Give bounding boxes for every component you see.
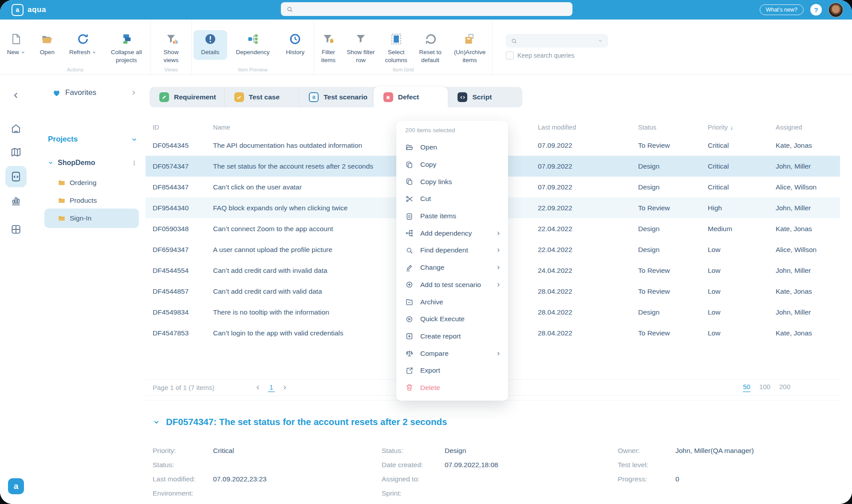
reports-chart-icon[interactable] [10, 195, 22, 207]
open-folder-icon [41, 33, 53, 45]
tab-script[interactable]: Script [448, 87, 522, 107]
cell-assigned: John, Miller [776, 308, 840, 316]
current-page[interactable]: 1 [268, 383, 274, 392]
menu-item-archive[interactable]: Archive [396, 293, 508, 311]
cell-priority: Critical [708, 183, 776, 191]
cell-id: DF0574347 [153, 162, 213, 170]
requirement-icon [159, 92, 169, 102]
menu-item-label: Paste items [420, 212, 456, 220]
prev-page-icon[interactable] [255, 385, 261, 390]
menu-item-add-to-test-scenario[interactable]: Add to test scenario [396, 276, 508, 294]
cell-modified: 07.09.2022 [538, 142, 638, 150]
tree-node-folder-products[interactable]: Products [58, 194, 138, 207]
menu-item-export[interactable]: Export [396, 362, 508, 379]
group-label-item-preview: Item Preview [192, 67, 314, 72]
ribbon: New Open Refresh Collapse all projects A… [0, 20, 852, 75]
ribbon-group-search: Keep search queries [492, 20, 852, 75]
cell-assigned: John, Miller [776, 204, 840, 212]
field-value [445, 473, 498, 485]
open-button[interactable]: Open [32, 30, 62, 60]
new-button[interactable]: New [1, 30, 31, 60]
unarchive-items-label: (Un)Archive items [450, 48, 489, 64]
chevron-down-icon[interactable] [47, 160, 54, 166]
menu-item-copy-links[interactable]: Copy links [396, 173, 508, 190]
column-header-last-modified[interactable]: Last modified [538, 124, 638, 131]
cell-modified: 28.04.2022 [538, 287, 638, 295]
whats-new-button[interactable]: What’s new? [760, 4, 804, 15]
menu-item-label: Copy links [420, 178, 452, 186]
reset-to-default-button[interactable]: Reset to default [413, 30, 447, 67]
user-avatar[interactable] [828, 3, 843, 17]
menu-item-delete[interactable]: Delete [396, 379, 508, 397]
chevron-down-icon[interactable] [153, 418, 160, 426]
cell-status: Design [638, 183, 708, 191]
projects-section-header[interactable]: Projects [48, 133, 138, 146]
page-size-200[interactable]: 200 [779, 383, 790, 392]
show-filter-row-button[interactable]: Show filter row [343, 30, 379, 67]
tab-label: Test scenario [323, 93, 367, 101]
tab-requirement[interactable]: Requirement [150, 87, 224, 107]
dependency-label: Dependency [236, 48, 270, 56]
page-size-100[interactable]: 100 [759, 383, 770, 392]
menu-item-cut[interactable]: Cut [396, 190, 508, 208]
collapse-sidebar-icon[interactable] [12, 91, 20, 99]
menu-item-find-dependent[interactable]: Find dependent [396, 242, 508, 259]
project-name: ShopDemo [58, 159, 95, 167]
filter-items-button[interactable]: Filter items [314, 30, 343, 67]
column-header-id[interactable]: ID [153, 124, 213, 131]
menu-item-change[interactable]: Change [396, 259, 508, 276]
tree-node-folder-sign-in[interactable]: Sign-In [58, 212, 138, 225]
tab-test-case[interactable]: Test case [224, 87, 299, 107]
details-button[interactable]: Details [193, 30, 227, 60]
ribbon-group-views: Show views Views [150, 20, 191, 75]
cell-status: To Review [638, 287, 708, 295]
search-icon [286, 6, 293, 13]
tab-defect[interactable]: Defect [374, 87, 448, 107]
preview-header[interactable]: DF0574347: The set status for the accoun… [153, 417, 840, 427]
kebab-menu-icon[interactable] [131, 160, 138, 166]
refresh-button[interactable]: Refresh [63, 30, 103, 60]
show-views-button[interactable]: Show views [156, 30, 186, 67]
home-icon[interactable] [10, 123, 22, 134]
unarchive-items-button[interactable]: (Un)Archive items [447, 30, 492, 67]
defect-icon [383, 92, 393, 102]
favorites-section[interactable]: Favorites [52, 86, 137, 99]
menu-item-compare[interactable]: Compare [396, 345, 508, 362]
folder-name: Sign-In [70, 214, 91, 222]
next-page-icon[interactable] [282, 385, 288, 390]
menu-item-paste-items[interactable]: Paste items [396, 208, 508, 225]
tree-node-project[interactable]: ShopDemo [47, 156, 138, 169]
history-button[interactable]: History [278, 30, 312, 60]
column-header-assigned[interactable]: Assigned [776, 124, 840, 131]
column-header-priority[interactable]: Priority↓ [708, 124, 776, 131]
keep-search-queries-checkbox[interactable] [506, 51, 514, 59]
menu-item-add-dependency[interactable]: Add dependency [396, 224, 508, 242]
menu-item-quick-execute[interactable]: Quick Execute [396, 311, 508, 328]
refresh-icon [77, 33, 89, 45]
circle-plus-icon [405, 280, 414, 289]
column-header-status[interactable]: Status [638, 124, 708, 131]
menu-item-create-report[interactable]: Create report [396, 328, 508, 345]
search-icon [511, 38, 517, 44]
cell-id: DF9544340 [153, 204, 213, 212]
menu-item-open[interactable]: Open [396, 139, 508, 156]
map-icon[interactable] [10, 146, 22, 158]
items-code-icon[interactable] [10, 171, 22, 182]
chevron-right-icon[interactable] [130, 90, 137, 96]
funnel-chart-icon [165, 33, 178, 45]
grid-search-select[interactable] [506, 34, 608, 47]
folder-icon [58, 179, 66, 187]
dependency-button[interactable]: Dependency [229, 30, 277, 60]
select-columns-button[interactable]: Select columns [379, 30, 413, 67]
field-label: Last modified: [153, 473, 213, 485]
dashboard-grid-icon[interactable] [10, 224, 22, 235]
help-button[interactable]: ? [810, 4, 822, 16]
tree-node-folder-ordering[interactable]: Ordering [58, 176, 138, 189]
filter-items-label: Filter items [317, 48, 340, 64]
menu-item-copy[interactable]: Copy [396, 156, 508, 173]
page-size-50[interactable]: 50 [743, 383, 750, 392]
tab-test-scenario[interactable]: Test scenario [299, 87, 374, 107]
app-window: a aqua What’s new? ? New Open Refresh [0, 0, 852, 504]
collapse-all-projects-button[interactable]: Collapse all projects [103, 30, 150, 67]
global-search-input[interactable] [281, 2, 572, 16]
